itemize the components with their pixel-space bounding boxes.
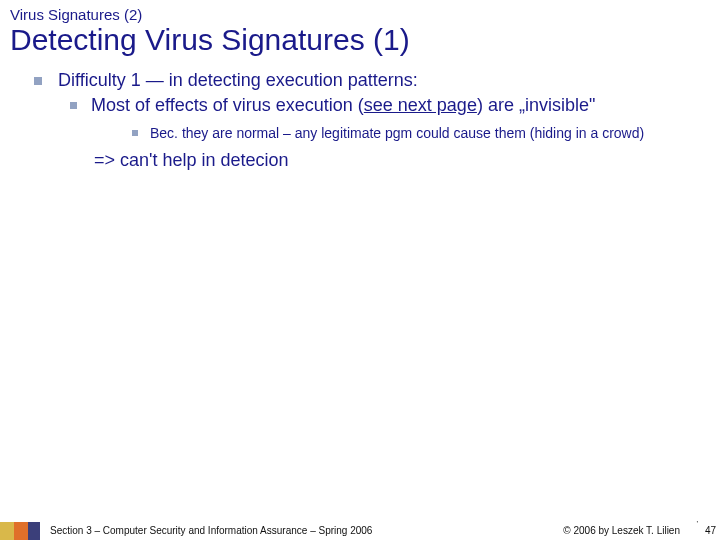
deco-block-icon [14,522,28,540]
footer-right-text: © 2006 by Leszek T. Lilien [563,525,680,536]
footer-tick: ' [696,519,698,528]
footer-left-text: Section 3 – Computer Security and Inform… [50,525,372,536]
level2-text-a: Most of effects of virus execution ( [91,95,364,115]
conclusion-row: => can't help in detecion [94,149,700,172]
bullet-level3: Bec. they are normal – any legitimate pg… [132,124,700,143]
footer: Section 3 – Computer Security and Inform… [0,516,720,540]
level2-text: Most of effects of virus execution (see … [91,94,595,117]
slide-title: Detecting Virus Signatures (1) [0,23,720,65]
level1-text: Difficulty 1 — in detecting execution pa… [58,69,418,92]
deco-block-icon [0,522,14,540]
square-bullet-icon [34,77,42,85]
footer-decoration [0,522,40,540]
see-next-page-link[interactable]: see next page [364,95,477,115]
pre-title: Virus Signatures (2) [0,0,720,23]
level2-text-b: ) are „invisible" [477,95,595,115]
page-number: 47 [705,525,716,536]
content-area: Difficulty 1 — in detecting execution pa… [0,65,720,172]
conclusion-text: => can't help in detecion [94,149,700,172]
bullet-level2: Most of effects of virus execution (see … [70,94,700,117]
square-bullet-icon [70,102,77,109]
bullet-level1: Difficulty 1 — in detecting execution pa… [34,69,700,92]
deco-block-icon [28,522,40,540]
square-bullet-icon [132,130,138,136]
level3-text: Bec. they are normal – any legitimate pg… [150,124,644,143]
